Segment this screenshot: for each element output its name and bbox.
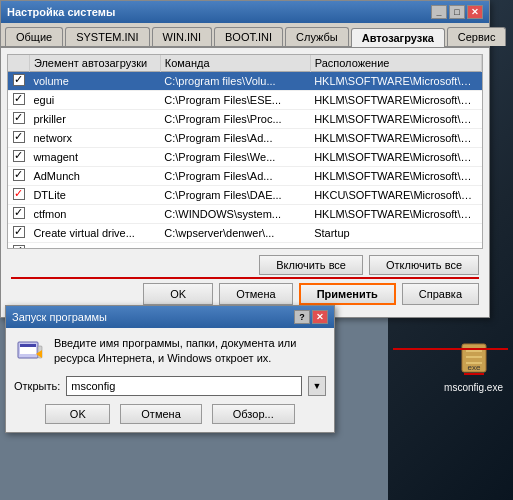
syscfg-title: Настройка системы	[7, 6, 115, 18]
row-checkbox[interactable]	[8, 110, 29, 129]
row-location: HKLM\SOFTWARE\Microsoft\Windows\CurrentV…	[310, 129, 481, 148]
maximize-button[interactable]: □	[449, 5, 465, 19]
row-name: AdMunch	[29, 167, 160, 186]
row-checkbox[interactable]	[8, 205, 29, 224]
row-location: HKLM\SOFTWARE\Microsoft\Windows\CurrentV…	[310, 72, 481, 91]
row-location: Startup	[310, 224, 481, 243]
row-name: networx	[29, 129, 160, 148]
row-location: HKLM\SOFTWARE\Microsoft\Windows\CurrentV…	[310, 148, 481, 167]
row-checkbox[interactable]	[8, 72, 29, 91]
msconfig-icon: exe	[454, 340, 494, 380]
desktop-decoration	[393, 348, 508, 350]
table-row[interactable]: Create virtual drive...C:\wpserver\denwe…	[8, 224, 482, 243]
help-button[interactable]: Справка	[402, 283, 479, 305]
row-checkbox[interactable]	[8, 148, 29, 167]
desktop-icon-label: msconfig.exe	[444, 382, 503, 393]
run-content: Введите имя программы, папки, документа …	[6, 328, 334, 432]
row-command: C:\Program Files\Ad...	[160, 129, 310, 148]
table-row[interactable]: AdMunchC:\Program Files\Ad...HKLM\SOFTWA…	[8, 167, 482, 186]
row-location: HKCU\SOFTWARE\Microsoft\Windows\CurrentV…	[310, 186, 481, 205]
row-checkbox[interactable]	[8, 224, 29, 243]
col-loc-header: Расположение	[310, 55, 481, 72]
row-location: HKLM\SOFTWARE\Microsoft\Windows\CurrentV…	[310, 205, 481, 224]
row-checkbox[interactable]	[8, 167, 29, 186]
table-row[interactable]: eguiC:\Program Files\ESE...HKLM\SOFTWARE…	[8, 91, 482, 110]
row-checkbox[interactable]	[8, 91, 29, 110]
run-input-row: Открыть: ▼	[14, 376, 326, 396]
table-row[interactable]: prkillerC:\Program Files\Proc...HKLM\SOF…	[8, 110, 482, 129]
startup-table: Элемент автозагрузки Команда Расположени…	[8, 55, 482, 249]
table-row[interactable]: networxC:\Program Files\Ad...HKLM\SOFTWA…	[8, 129, 482, 148]
run-open-label: Открыть:	[14, 380, 60, 392]
syscfg-title-bar: Настройка системы _ □ ✕	[1, 1, 489, 23]
tab-content-startup: Элемент автозагрузки Команда Расположени…	[1, 48, 489, 317]
tab-tools[interactable]: Сервис	[447, 27, 507, 46]
run-ok-button[interactable]: OK	[45, 404, 110, 424]
col-name-header: Элемент автозагрузки	[29, 55, 160, 72]
row-checkbox[interactable]	[8, 186, 29, 205]
run-input-field[interactable]	[66, 376, 302, 396]
row-checkbox[interactable]	[8, 129, 29, 148]
cancel-button[interactable]: Отмена	[219, 283, 292, 305]
row-command: C:\Program Files\Proc...	[160, 110, 310, 129]
run-description: Введите имя программы, папки, документа …	[54, 336, 326, 367]
minimize-button[interactable]: _	[431, 5, 447, 19]
tab-services[interactable]: Службы	[285, 27, 349, 46]
run-program-icon	[14, 336, 46, 368]
run-title-bar: Запуск программы ? ✕	[6, 306, 334, 328]
disable-all-button[interactable]: Отключить все	[369, 255, 479, 275]
row-location: HKLM\SOFTWARE\Microsoft\Windows\CurrentV…	[310, 167, 481, 186]
tab-boot-ini[interactable]: BOOT.INI	[214, 27, 283, 46]
tab-win-ini[interactable]: WIN.INI	[152, 27, 213, 46]
run-header: Введите имя программы, папки, документа …	[14, 336, 326, 368]
table-row[interactable]: ctfmonC:\WINDOWS\system...HKLM\SOFTWARE\…	[8, 205, 482, 224]
svg-text:exe: exe	[467, 363, 480, 372]
tab-startup[interactable]: Автозагрузка	[351, 28, 445, 47]
enable-disable-row: Включить все Отключить все	[7, 249, 483, 277]
row-name: DTLite	[29, 186, 160, 205]
row-location: HKLM\SOFTWARE\Microsoft\Windows\CurrentV…	[310, 91, 481, 110]
row-command: C:\program files\Volu...	[160, 72, 310, 91]
run-cancel-button[interactable]: Отмена	[120, 404, 201, 424]
row-name: volume	[29, 72, 160, 91]
row-name: wmagent	[29, 148, 160, 167]
ok-button[interactable]: OK	[143, 283, 213, 305]
row-command: C:\Program Files\ESE...	[160, 91, 310, 110]
tab-general[interactable]: Общие	[5, 27, 63, 46]
row-name: Create virtual drive...	[29, 224, 160, 243]
row-name: ctfmon	[29, 205, 160, 224]
run-title-controls: ? ✕	[294, 310, 328, 324]
run-dialog: Запуск программы ? ✕ Введите имя програм…	[5, 305, 335, 433]
run-help-button[interactable]: ?	[294, 310, 310, 324]
row-command: C:\Program Files\Ad...	[160, 167, 310, 186]
run-buttons: OK Отмена Обзор...	[14, 404, 326, 424]
run-close-button[interactable]: ✕	[312, 310, 328, 324]
col-cmd-header: Команда	[160, 55, 310, 72]
close-button[interactable]: ✕	[467, 5, 483, 19]
tab-bar: Общие SYSTEM.INI WIN.INI BOOT.INI Службы…	[1, 23, 489, 48]
run-browse-button[interactable]: Обзор...	[212, 404, 295, 424]
row-command: C:\wpserver\denwer\...	[160, 224, 310, 243]
syscfg-window: Настройка системы _ □ ✕ Общие SYSTEM.INI…	[0, 0, 490, 318]
run-title: Запуск программы	[12, 311, 107, 323]
svg-rect-8	[20, 344, 36, 347]
apply-button[interactable]: Применить	[299, 283, 396, 305]
row-command: C:\WINDOWS\system...	[160, 205, 310, 224]
row-location: HKLM\SOFTWARE\Microsoft\Windows\CurrentV…	[310, 110, 481, 129]
startup-table-container[interactable]: Элемент автозагрузки Команда Расположени…	[7, 54, 483, 249]
table-row[interactable]: wmagentC:\Program Files\We...HKLM\SOFTWA…	[8, 148, 482, 167]
table-row[interactable]: DTLiteC:\Program Files\DAE...HKCU\SOFTWA…	[8, 186, 482, 205]
enable-all-button[interactable]: Включить все	[259, 255, 363, 275]
row-name: egui	[29, 91, 160, 110]
row-command: C:\Program Files\DAE...	[160, 186, 310, 205]
title-bar-controls: _ □ ✕	[431, 5, 483, 19]
table-header-row: Элемент автозагрузки Команда Расположени…	[8, 55, 482, 72]
svg-rect-2	[466, 356, 482, 358]
tab-system-ini[interactable]: SYSTEM.INI	[65, 27, 149, 46]
row-command: C:\Program Files\We...	[160, 148, 310, 167]
col-check	[8, 55, 29, 72]
run-dropdown-button[interactable]: ▼	[308, 376, 326, 396]
table-row[interactable]: volumeC:\program files\Volu...HKLM\SOFTW…	[8, 72, 482, 91]
row-name: prkiller	[29, 110, 160, 129]
red-underline	[11, 277, 479, 279]
